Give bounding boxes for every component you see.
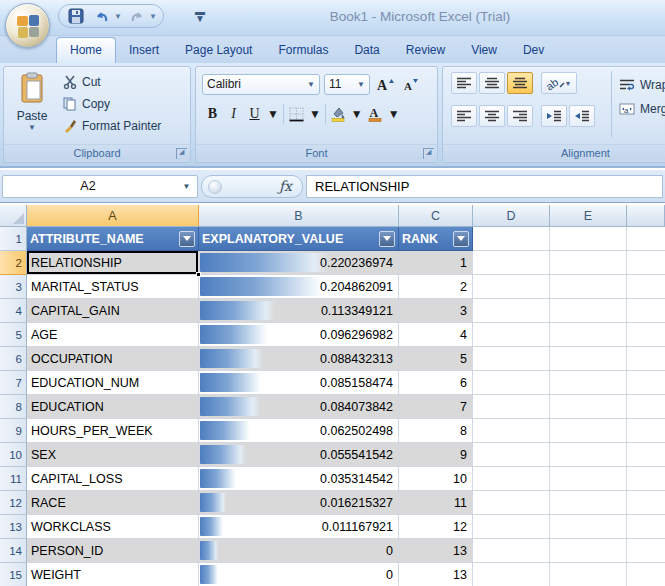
row-header-12[interactable]: 12 (0, 491, 27, 515)
cell-rank[interactable]: 13 (399, 539, 473, 563)
borders-dropdown[interactable]: ▼ (307, 103, 323, 125)
cell-empty[interactable] (473, 299, 550, 323)
column-header-a[interactable]: A (27, 205, 199, 227)
cell-attribute-name[interactable]: RELATIONSHIP (27, 251, 199, 275)
column-header-e[interactable]: E (550, 205, 627, 227)
cell-empty[interactable] (627, 539, 665, 563)
tab-home[interactable]: Home (56, 37, 116, 63)
cell-attribute-name[interactable]: AGE (27, 323, 199, 347)
cell-empty[interactable] (473, 395, 550, 419)
cell-empty[interactable] (627, 371, 665, 395)
cell-empty[interactable] (627, 563, 665, 586)
orientation-button[interactable]: ab ▼ (541, 72, 577, 94)
insert-function-button[interactable]: ƒx (279, 178, 292, 194)
header-cell-rank[interactable]: RANK (399, 227, 473, 251)
clipboard-dialog-launcher-icon[interactable] (176, 148, 187, 159)
row-header-11[interactable]: 11 (0, 467, 27, 491)
name-box-dropdown-icon[interactable]: ▼ (178, 178, 195, 195)
cell-empty[interactable] (627, 443, 665, 467)
cell-rank[interactable]: 7 (399, 395, 473, 419)
cell-explanatory-value[interactable]: 0 (199, 563, 399, 586)
cell-empty[interactable] (550, 419, 627, 443)
underline-button[interactable]: U (244, 103, 265, 125)
cell-empty[interactable] (473, 419, 550, 443)
row-header-4[interactable]: 4 (0, 299, 27, 323)
align-center-button[interactable] (479, 105, 505, 127)
cell-explanatory-value[interactable]: 0.204862091 (199, 275, 399, 299)
row-header-8[interactable]: 8 (0, 395, 27, 419)
filter-dropdown-icon[interactable] (179, 231, 195, 247)
align-left-button[interactable] (451, 105, 477, 127)
cell-explanatory-value[interactable]: 0 (199, 539, 399, 563)
office-button[interactable] (5, 3, 50, 48)
redo-button[interactable] (126, 6, 148, 26)
shrink-font-button[interactable]: A (400, 73, 421, 95)
grow-font-button[interactable]: A (374, 73, 396, 95)
filter-dropdown-icon[interactable] (453, 231, 469, 247)
cell-empty[interactable] (473, 443, 550, 467)
row-header-10[interactable]: 10 (0, 443, 27, 467)
cell-empty[interactable] (550, 227, 627, 251)
italic-button[interactable]: I (223, 103, 244, 125)
row-header-6[interactable]: 6 (0, 347, 27, 371)
cell-empty[interactable] (627, 395, 665, 419)
bold-button[interactable]: B (202, 103, 223, 125)
paste-button[interactable]: Paste ▼ (10, 71, 54, 141)
column-header-partial[interactable] (627, 205, 665, 227)
tab-data[interactable]: Data (341, 38, 392, 63)
cell-attribute-name[interactable]: SEX (27, 443, 199, 467)
cell-attribute-name[interactable]: EDUCATION_NUM (27, 371, 199, 395)
tab-insert[interactable]: Insert (116, 38, 172, 63)
font-color-button[interactable]: A (365, 103, 386, 125)
font-color-dropdown[interactable]: ▼ (386, 103, 402, 125)
cell-attribute-name[interactable]: WORKCLASS (27, 515, 199, 539)
cell-rank[interactable]: 12 (399, 515, 473, 539)
fill-color-button[interactable] (328, 103, 349, 125)
format-painter-button[interactable]: Format Painter (60, 115, 164, 137)
cell-empty[interactable] (627, 467, 665, 491)
column-header-c[interactable]: C (399, 205, 473, 227)
cell-attribute-name[interactable]: CAPITAL_LOSS (27, 467, 199, 491)
cell-empty[interactable] (627, 347, 665, 371)
row-header-14[interactable]: 14 (0, 539, 27, 563)
column-header-b[interactable]: B (199, 205, 399, 227)
cell-empty[interactable] (550, 491, 627, 515)
cell-attribute-name[interactable]: CAPITAL_GAIN (27, 299, 199, 323)
header-cell-explanatory-value[interactable]: EXPLANATORY_VALUE (199, 227, 399, 251)
save-button[interactable] (65, 6, 87, 26)
tab-view[interactable]: View (458, 38, 510, 63)
cell-empty[interactable] (627, 419, 665, 443)
row-header-5[interactable]: 5 (0, 323, 27, 347)
cell-rank[interactable]: 1 (399, 251, 473, 275)
cell-rank[interactable]: 5 (399, 347, 473, 371)
fill-color-dropdown[interactable]: ▼ (349, 103, 365, 125)
borders-button[interactable] (286, 103, 307, 125)
cell-empty[interactable] (550, 299, 627, 323)
cell-empty[interactable] (473, 275, 550, 299)
cell-empty[interactable] (473, 515, 550, 539)
font-dialog-launcher-icon[interactable] (423, 148, 434, 159)
column-header-d[interactable]: D (473, 205, 550, 227)
cell-rank[interactable]: 10 (399, 467, 473, 491)
row-header-1[interactable]: 1 (0, 227, 27, 251)
row-header-2[interactable]: 2 (0, 251, 27, 275)
filter-dropdown-icon[interactable] (379, 231, 395, 247)
cell-rank[interactable]: 11 (399, 491, 473, 515)
name-box[interactable]: A2 ▼ (2, 175, 198, 198)
cell-explanatory-value[interactable]: 0.016215327 (199, 491, 399, 515)
cell-empty[interactable] (473, 251, 550, 275)
cell-empty[interactable] (627, 275, 665, 299)
font-name-select[interactable]: Calibri ▼ (202, 74, 320, 95)
cell-empty[interactable] (473, 347, 550, 371)
cell-empty[interactable] (473, 323, 550, 347)
cell-rank[interactable]: 9 (399, 443, 473, 467)
cell-rank[interactable]: 4 (399, 323, 473, 347)
cell-rank[interactable]: 13 (399, 563, 473, 586)
cell-attribute-name[interactable]: HOURS_PER_WEEK (27, 419, 199, 443)
row-header-13[interactable]: 13 (0, 515, 27, 539)
cell-empty[interactable] (550, 347, 627, 371)
cell-empty[interactable] (627, 491, 665, 515)
align-middle-button[interactable] (479, 72, 505, 94)
cell-empty[interactable] (550, 515, 627, 539)
cell-empty[interactable] (550, 371, 627, 395)
